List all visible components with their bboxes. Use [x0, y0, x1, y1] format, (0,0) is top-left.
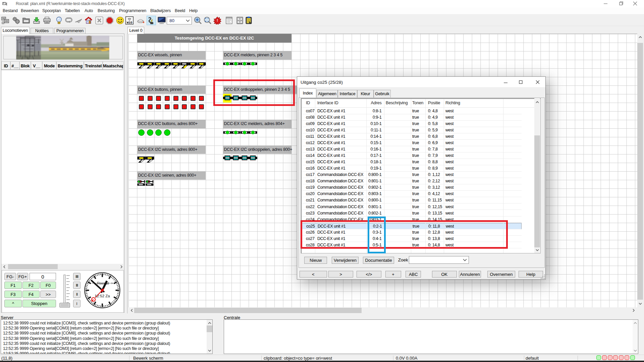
svg-text:WiO: WiO: [127, 21, 132, 24]
svg-text:!: !: [217, 18, 218, 22]
svg-text:12:52 Za: 12:52 Za: [95, 294, 110, 298]
